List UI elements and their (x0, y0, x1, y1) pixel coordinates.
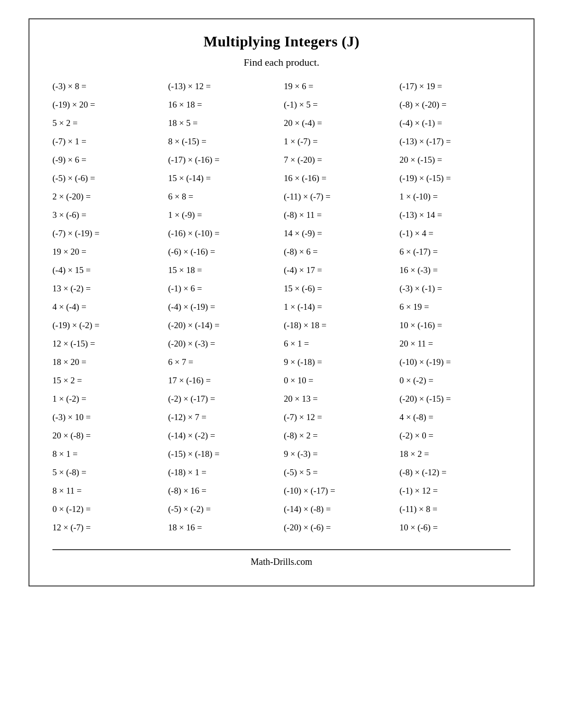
problem-item: 1 × (-14) = (284, 302, 395, 312)
problem-item: 6 × (-17) = (400, 247, 511, 257)
problem-item: (-18) × 18 = (284, 320, 395, 330)
problem-item: (-4) × (-1) = (400, 118, 511, 128)
problem-item: 20 × (-8) = (52, 431, 164, 441)
problem-item: 7 × (-20) = (284, 155, 395, 165)
problem-item: (-8) × 2 = (284, 431, 395, 441)
page-title: Multiplying Integers (J) (52, 33, 511, 50)
problem-item: (-8) × (-20) = (400, 100, 511, 110)
problem-item: (-17) × (-16) = (168, 155, 280, 165)
problem-item: (-5) × (-6) = (52, 173, 164, 183)
problem-item: 18 × 20 = (52, 357, 164, 367)
problem-item: (-1) × 6 = (168, 284, 280, 294)
problem-item: 0 × (-2) = (400, 375, 511, 386)
problem-item: (-7) × 1 = (52, 136, 164, 147)
problem-item: 16 × 18 = (168, 100, 280, 110)
problem-item: 2 × (-20) = (52, 192, 164, 202)
problem-item: (-8) × 11 = (284, 210, 395, 220)
problem-item: (-3) × (-1) = (400, 284, 511, 294)
problem-item: 9 × (-3) = (284, 449, 395, 459)
problem-item: (-14) × (-2) = (168, 431, 280, 441)
problem-item: (-11) × 8 = (400, 504, 511, 514)
problem-item: 1 × (-10) = (400, 192, 511, 202)
problem-item: (-9) × 6 = (52, 155, 164, 165)
problem-item: (-4) × 17 = (284, 265, 395, 275)
problem-item: 5 × 2 = (52, 118, 164, 128)
problem-item: (-8) × (-12) = (400, 467, 511, 478)
worksheet-page: Multiplying Integers (J) Find each produ… (29, 18, 534, 586)
problem-item: (-4) × 15 = (52, 265, 164, 275)
problem-item: 6 × 8 = (168, 192, 280, 202)
problem-item: (-20) × (-6) = (284, 523, 395, 533)
problem-item: 4 × (-4) = (52, 302, 164, 312)
problem-item: 6 × 1 = (284, 339, 395, 349)
problem-item: (-20) × (-3) = (168, 339, 280, 349)
problem-item: (-20) × (-15) = (400, 394, 511, 404)
problem-item: (-3) × 10 = (52, 412, 164, 422)
problem-item: 1 × (-9) = (168, 210, 280, 220)
problem-item: 16 × (-3) = (400, 265, 511, 275)
problem-item: 12 × (-7) = (52, 523, 164, 533)
problem-item: 12 × (-15) = (52, 339, 164, 349)
problem-item: 15 × (-14) = (168, 173, 280, 183)
problem-item: 19 × 20 = (52, 247, 164, 257)
problem-item: 8 × 11 = (52, 486, 164, 496)
problem-item: 20 × (-4) = (284, 118, 395, 128)
problem-item: 13 × (-2) = (52, 284, 164, 294)
problem-item: 0 × (-12) = (52, 504, 164, 514)
problem-item: 18 × 5 = (168, 118, 280, 128)
problem-item: 1 × (-2) = (52, 394, 164, 404)
problem-item: 20 × 13 = (284, 394, 395, 404)
problem-item: (-20) × (-14) = (168, 320, 280, 330)
page-footer: Math-Drills.com (52, 549, 511, 567)
problem-item: (-19) × 20 = (52, 100, 164, 110)
problem-item: (-3) × 8 = (52, 81, 164, 91)
problem-item: 15 × 2 = (52, 375, 164, 386)
problem-item: (-2) × (-17) = (168, 394, 280, 404)
problem-item: (-12) × 7 = (168, 412, 280, 422)
problem-item: 4 × (-8) = (400, 412, 511, 422)
problem-item: (-11) × (-7) = (284, 192, 395, 202)
problem-item: (-19) × (-15) = (400, 173, 511, 183)
problem-item: (-19) × (-2) = (52, 320, 164, 330)
problems-grid: (-3) × 8 =(-13) × 12 =19 × 6 =(-17) × 19… (52, 81, 511, 533)
problem-item: 20 × (-15) = (400, 155, 511, 165)
problem-item: (-7) × (-19) = (52, 228, 164, 239)
page-subtitle: Find each product. (52, 57, 511, 68)
problem-item: 16 × (-16) = (284, 173, 395, 183)
problem-item: 3 × (-6) = (52, 210, 164, 220)
problem-item: (-5) × (-2) = (168, 504, 280, 514)
problem-item: (-18) × 1 = (168, 467, 280, 478)
problem-item: (-1) × 5 = (284, 100, 395, 110)
problem-item: 19 × 6 = (284, 81, 395, 91)
problem-item: 14 × (-9) = (284, 228, 395, 239)
problem-item: 8 × 1 = (52, 449, 164, 459)
problem-item: (-13) × (-17) = (400, 136, 511, 147)
problem-item: (-10) × (-19) = (400, 357, 511, 367)
problem-item: 1 × (-7) = (284, 136, 395, 147)
problem-item: 5 × (-8) = (52, 467, 164, 478)
problem-item: 17 × (-16) = (168, 375, 280, 386)
problem-item: 8 × (-15) = (168, 136, 280, 147)
problem-item: (-16) × (-10) = (168, 228, 280, 239)
problem-item: 18 × 16 = (168, 523, 280, 533)
problem-item: 15 × 18 = (168, 265, 280, 275)
problem-item: 10 × (-16) = (400, 320, 511, 330)
problem-item: (-5) × 5 = (284, 467, 395, 478)
problem-item: (-17) × 19 = (400, 81, 511, 91)
problem-item: 18 × 2 = (400, 449, 511, 459)
problem-item: (-8) × 16 = (168, 486, 280, 496)
problem-item: 0 × 10 = (284, 375, 395, 386)
problem-item: 20 × 11 = (400, 339, 511, 349)
problem-item: (-7) × 12 = (284, 412, 395, 422)
problem-item: (-10) × (-17) = (284, 486, 395, 496)
problem-item: 10 × (-6) = (400, 523, 511, 533)
problem-item: (-14) × (-8) = (284, 504, 395, 514)
problem-item: (-8) × 6 = (284, 247, 395, 257)
problem-item: 15 × (-6) = (284, 284, 395, 294)
problem-item: 6 × 7 = (168, 357, 280, 367)
problem-item: (-2) × 0 = (400, 431, 511, 441)
problem-item: (-13) × 14 = (400, 210, 511, 220)
problem-item: (-6) × (-16) = (168, 247, 280, 257)
problem-item: 6 × 19 = (400, 302, 511, 312)
problem-item: (-13) × 12 = (168, 81, 280, 91)
